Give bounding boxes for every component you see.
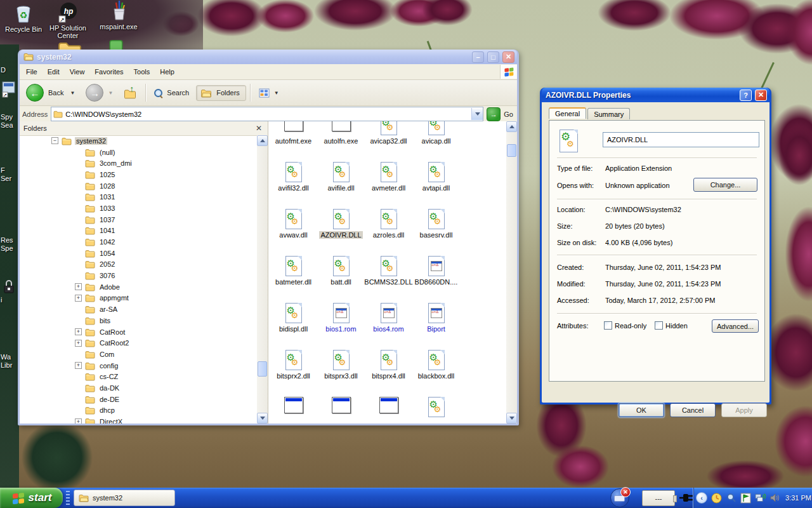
tree-item-1033[interactable]: 1033 [20,203,257,214]
tray-search-icon[interactable] [726,493,737,504]
tree-item-1054[interactable]: 1054 [20,248,257,259]
expand-icon[interactable]: + [75,295,82,302]
tree-item-da-dk[interactable]: da-DK [20,382,257,394]
scroll-up-button[interactable] [257,135,268,146]
menu-item-file[interactable]: File [21,66,43,77]
tray-network-activity-icon[interactable] [755,493,766,504]
desktop-icon-hp-solution-center[interactable]: hp ↗ HP Solution Center [46,1,89,39]
tree-item-com[interactable]: Com [20,349,257,360]
address-input[interactable]: C:\WINDOWS\system32 [65,110,469,118]
dialog-close-button[interactable]: ✕ [755,90,767,101]
maximize-button[interactable]: □ [487,51,499,63]
expand-icon[interactable]: + [75,418,82,424]
file-item-blackbox-dll[interactable]: ⚙⚙blackbox.dll [412,349,460,396]
expand-icon[interactable]: + [75,362,82,369]
file-item-bios1-rom[interactable]: o×Δbios1.rom [317,302,365,349]
tree-item-1025[interactable]: 1025 [20,169,257,180]
tree-item-1031[interactable]: 1031 [20,191,257,203]
menu-item-tools[interactable]: Tools [129,66,155,77]
menu-item-help[interactable]: Help [155,66,180,77]
scroll-thumb[interactable] [258,361,267,377]
cancel-button[interactable]: Cancel [670,403,716,417]
tray-msconfig-flag-icon[interactable] [740,493,751,504]
ok-button[interactable]: OK [619,403,664,417]
collapse-icon[interactable]: − [51,137,58,144]
tree-item-system32[interactable]: −system32 [20,135,257,147]
file-item-bitsprx2-dll[interactable]: ⚙⚙bitsprx2.dll [270,349,317,396]
minimize-button[interactable]: – [472,51,484,63]
tab-general[interactable]: General [549,107,586,119]
menu-item-edit[interactable]: Edit [43,66,65,77]
file-item-partial[interactable]: ··· [270,396,317,424]
file-item-autofmt-exe[interactable]: ···autofmt.exe [270,121,317,161]
tray-clock-app-icon[interactable] [711,493,722,504]
back-dropdown-icon[interactable]: ▼ [70,90,75,96]
expand-icon[interactable]: + [75,328,82,335]
taskbar-task-system32[interactable]: system32 [74,490,175,506]
file-item-bd8660dn-[interactable]: o×ΔBD8660DN.... [412,255,460,302]
file-item-partial[interactable]: ⚙⚙ [412,396,460,424]
views-dropdown-icon[interactable]: ▼ [274,90,279,96]
tree-item-1041[interactable]: 1041 [20,225,257,237]
tree-item-3076[interactable]: 3076 [20,270,257,281]
tree-item-config[interactable]: +config [20,360,257,371]
dialog-titlebar[interactable]: AZOIVR.DLL Properties ? ✕ [542,88,769,102]
tree-item-1037[interactable]: 1037 [20,214,257,225]
tree-item-adobe[interactable]: +Adobe [20,281,257,293]
tree-item-3com-dmi[interactable]: 3com_dmi [20,157,257,169]
file-item-autolfn-exe[interactable]: ···autolfn.exe [317,121,365,161]
search-button[interactable]: Search [150,86,195,100]
file-item-avmeter-dll[interactable]: ⚙⚙avmeter.dll [365,161,412,208]
file-item-batt-dll[interactable]: ⚙⚙batt.dll [317,255,365,302]
go-button[interactable]: → [487,107,501,121]
file-item-avifil32-dll[interactable]: ⚙⚙avifil32.dll [270,161,317,208]
file-item-azoivr-dll[interactable]: ⚙⚙AZOIVR.DLL [317,208,365,255]
file-item-avwav-dll[interactable]: ⚙⚙avwav.dll [270,208,317,255]
file-item-partial[interactable]: ··· [317,396,365,424]
address-combo[interactable]: C:\WINDOWS\system32 [51,107,483,121]
file-list-scrollbar[interactable] [506,121,517,424]
tab-summary[interactable]: Summary [587,108,630,119]
battery-meter[interactable]: --- [642,490,675,506]
hardware-status-icon[interactable]: ✕ [610,488,629,507]
tree-item-ar-sa[interactable]: ar-SA [20,304,257,315]
file-item-avicap32-dll[interactable]: ⚙⚙avicap32.dll [365,121,412,161]
menu-item-favorites[interactable]: Favorites [89,66,128,77]
file-item-bidispl-dll[interactable]: ⚙⚙bidispl.dll [270,302,317,349]
filename-field[interactable]: AZOIVR.DLL [603,132,759,147]
address-dropdown-button[interactable] [471,108,483,120]
file-item-avifile-dll[interactable]: ⚙⚙avifile.dll [317,161,365,208]
scroll-down-button[interactable] [257,413,268,424]
file-item-bcmms32-dll[interactable]: ⚙⚙BCMMS32.DLL [365,255,412,302]
taskbar-clock[interactable]: 3:31 PM [785,494,811,502]
folders-panel-close-icon[interactable]: ✕ [254,124,264,133]
file-item-bitsprx4-dll[interactable]: ⚙⚙bitsprx4.dll [365,349,412,396]
file-item-azroles-dll[interactable]: ⚙⚙azroles.dll [365,208,412,255]
file-item-basesrv-dll[interactable]: ⚙⚙basesrv.dll [412,208,460,255]
desktop-icon-recycle-bin[interactable]: ♻ Recycle Bin [2,3,45,33]
tree-item-dhcp[interactable]: dhcp [20,405,257,417]
tree-item-1028[interactable]: 1028 [20,180,257,192]
readonly-checkbox[interactable] [604,321,612,330]
tree-item-2052[interactable]: 2052 [20,259,257,271]
hidden-checkbox[interactable] [655,321,663,330]
file-item-partial[interactable]: ··· [365,396,412,424]
explorer-titlebar[interactable]: system32 – □ ✕ [20,50,517,64]
back-button[interactable]: ← Back ▼ [22,81,81,104]
tree-item-catroot2[interactable]: +CatRoot2 [20,337,257,349]
help-button[interactable]: ? [740,90,752,101]
tree-item-catroot[interactable]: +CatRoot [20,326,257,338]
file-item-avicap-dll[interactable]: ⚙⚙avicap.dll [412,121,460,161]
tree-item--null-[interactable]: (null) [20,147,257,158]
tray-collapse-chevron[interactable]: ‹ [696,492,707,504]
desktop-icon-mspaint[interactable]: mspaint.exe [97,0,140,30]
scroll-up-button[interactable] [506,121,517,132]
start-button[interactable]: start [0,488,63,508]
up-button[interactable]: ↑ [120,83,141,102]
menu-item-view[interactable]: View [65,66,90,77]
close-button[interactable]: ✕ [502,51,514,63]
tree-item-bits[interactable]: bits [20,315,257,326]
views-button[interactable]: ▼ [255,86,285,100]
scroll-down-button[interactable] [506,413,517,424]
tree-scrollbar[interactable] [257,135,268,424]
